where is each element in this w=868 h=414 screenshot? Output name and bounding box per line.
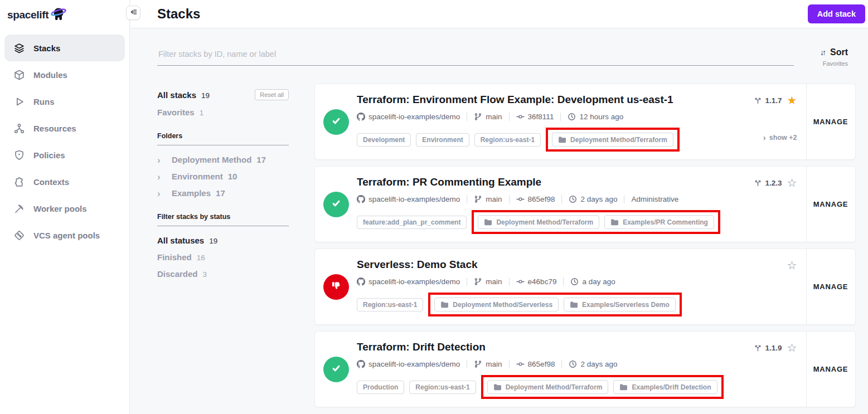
stack-label-tag[interactable]: Development (357, 133, 411, 147)
collapse-sidebar-button[interactable] (126, 6, 140, 20)
folder-tag[interactable]: Examples/Serverless Demo (564, 298, 676, 311)
toolbar: ↓↑ Sort Favorites (157, 45, 848, 67)
contexts-icon (13, 176, 25, 188)
updated-label-text: 2 days ago (580, 195, 617, 203)
manage-button[interactable]: MANAGE (806, 249, 855, 324)
main-area: Stacks Add stack ↓↑ Sort Favorites (130, 0, 868, 414)
manage-button[interactable]: MANAGE (806, 84, 855, 159)
stack-label-tag[interactable]: Region:us-east-1 (474, 133, 541, 147)
chevron-right-icon: › (763, 134, 766, 141)
favorite-star[interactable]: ☆ (787, 342, 797, 353)
meta-separator (467, 195, 467, 203)
commit-label: e46bc79 (516, 277, 557, 286)
clock-icon (569, 195, 577, 203)
manage-button[interactable]: MANAGE (806, 167, 855, 242)
status-badge (323, 357, 349, 382)
folders-list: ›Deployment Method17›Environment10›Examp… (157, 155, 289, 198)
stack-title[interactable]: Terraform: PR Commenting Example (357, 176, 724, 188)
manage-button[interactable]: MANAGE (806, 332, 855, 407)
favorite-star[interactable]: ☆ (787, 177, 797, 188)
folder-tag[interactable]: Deployment Method/Terraform (478, 215, 599, 229)
status-filter-label: All statuses (157, 236, 204, 245)
folder-filter-count: 17 (256, 155, 266, 164)
filter-favorites[interactable]: Favorites 1 (157, 108, 289, 117)
stack-label-tag[interactable]: feature:add_plan_pr_comment (357, 216, 467, 229)
folder-tag[interactable]: Deployment Method/Terraform (552, 133, 673, 147)
check-icon (330, 362, 342, 377)
filter-all-stacks[interactable]: All stacks 19 (157, 90, 210, 100)
sidebar-item-runs[interactable]: Runs (4, 88, 125, 115)
stack-label-tag[interactable]: Region:us-east-1 (357, 298, 423, 311)
status-badge (323, 109, 349, 135)
sidebar-item-modules[interactable]: Modules (4, 61, 125, 88)
repo-label-text: spacelift-io-examples/demo (368, 195, 460, 203)
github-icon (357, 113, 365, 121)
resources-icon (13, 122, 25, 134)
sidebar-item-worker-pools[interactable]: Worker pools (4, 195, 125, 222)
stack-label-tag[interactable]: Environment (416, 133, 469, 147)
sort-active-option: Favorites (808, 60, 848, 67)
favorite-star[interactable]: ★ (787, 95, 797, 106)
sidebar-item-stacks[interactable]: Stacks (4, 35, 125, 61)
stack-card-body: Terraform: PR Commenting Examplespacelif… (357, 167, 724, 242)
branch-label: main (474, 113, 502, 121)
reset-all-button[interactable]: Reset all (255, 89, 289, 100)
meta-separator (563, 277, 564, 286)
folder-filter-environment[interactable]: ›Environment10 (157, 172, 289, 181)
runs-icon (13, 95, 25, 108)
commit-label-text: 865ef98 (528, 360, 555, 368)
runtime-version: 1.1.7 (754, 96, 782, 105)
vcs-agent-pools-icon (13, 229, 25, 241)
sidebar-item-vcs-agent-pools[interactable]: VCS agent pools (4, 222, 125, 249)
show-more-button[interactable]: ›show +2 (763, 134, 797, 142)
status-filter-finished[interactable]: Finished16 (157, 252, 289, 262)
updated-label: 12 hours ago (568, 113, 623, 121)
folder-filter-deployment-method[interactable]: ›Deployment Method17 (157, 155, 289, 164)
stack-tags: DevelopmentEnvironmentRegion:us-east-1De… (357, 128, 724, 152)
folder-tag-label: Examples/Drift Detection (632, 383, 711, 391)
stack-card-body: Terraform: Environment Flow Example: Dev… (357, 84, 724, 159)
sidebar-item-label: Runs (33, 97, 55, 106)
version-icon (754, 344, 762, 352)
branch-label-text: main (486, 113, 502, 121)
folder-tag[interactable]: Deployment Method/Serverless (434, 298, 559, 311)
favorite-star[interactable]: ☆ (787, 260, 797, 271)
sort-control[interactable]: ↓↑ Sort Favorites (808, 45, 848, 67)
stack-label-tag[interactable]: Production (357, 381, 404, 394)
folder-icon (619, 383, 628, 391)
sidebar-item-resources[interactable]: Resources (4, 115, 125, 142)
brand-logo: spacelift (0, 0, 129, 23)
sidebar-item-policies[interactable]: Policies (4, 142, 125, 168)
stack-meta: spacelift-io-examples/demomaine46bc79a d… (357, 277, 724, 286)
modules-icon (13, 69, 25, 81)
stack-title[interactable]: Terraform: Drift Detection (357, 341, 724, 353)
branch-label-text: main (486, 277, 502, 286)
folders-section-title: Folders (157, 132, 289, 145)
version-icon (754, 96, 762, 105)
stack-title[interactable]: Serverless: Demo Stack (357, 259, 724, 271)
stack-label-tag[interactable]: Region:us-east-1 (409, 381, 476, 394)
add-stack-button[interactable]: Add stack (808, 4, 865, 23)
folder-tag[interactable]: Examples/PR Commenting (604, 215, 714, 229)
folder-tag[interactable]: Examples/Drift Detection (613, 380, 717, 394)
folder-tag[interactable]: Deployment Method/Terraform (487, 380, 609, 394)
collapse-sidebar-icon (129, 8, 138, 18)
status-filter-all-statuses[interactable]: All statuses19 (157, 236, 289, 245)
worker-pools-icon (13, 202, 25, 215)
updated-label: 2 days ago (569, 360, 617, 368)
stack-title[interactable]: Terraform: Environment Flow Example: Dev… (357, 94, 724, 106)
sidebar-item-contexts[interactable]: Contexts (4, 168, 125, 195)
meta-separator (467, 113, 467, 121)
filter-all-stacks-label: All stacks (157, 90, 196, 100)
runtime-version-number: 1.1.9 (765, 344, 782, 352)
chevron-right-icon: › (157, 158, 167, 163)
filter-favorites-count: 1 (200, 109, 204, 117)
statuses-list: All statuses19Finished16Discarded3 (157, 236, 289, 279)
folder-filter-label: Deployment Method (172, 155, 251, 164)
stack-filter-input[interactable] (157, 45, 794, 66)
branch-label-text: main (486, 195, 502, 203)
updated-label: a day ago (570, 277, 615, 286)
stack-tags: ProductionRegion:us-east-1Deployment Met… (357, 375, 724, 399)
folder-filter-examples[interactable]: ›Examples17 (157, 188, 289, 198)
status-filter-discarded[interactable]: Discarded3 (157, 269, 289, 279)
